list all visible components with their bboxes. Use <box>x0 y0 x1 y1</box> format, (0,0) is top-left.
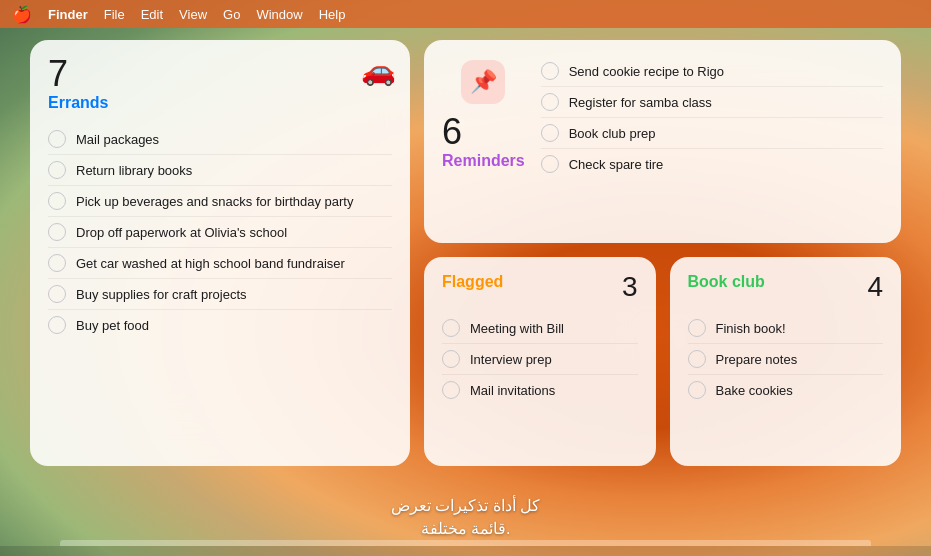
item-text: Meeting with Bill <box>470 321 564 336</box>
list-item: Book club prep <box>541 118 883 149</box>
errands-widget: 7 Errands 🚗 Mail packages Return library… <box>30 40 410 466</box>
list-item: Bake cookies <box>688 375 884 405</box>
list-item: Buy pet food <box>48 310 392 340</box>
flagged-title: Flagged <box>442 273 503 291</box>
flagged-count: 3 <box>622 273 638 301</box>
errands-count: 7 <box>48 56 392 92</box>
laptop-bezel-bottom <box>0 546 931 556</box>
bookclub-title: Book club <box>688 273 765 291</box>
check-circle[interactable] <box>48 130 66 148</box>
check-circle[interactable] <box>541 155 559 173</box>
errands-list: Mail packages Return library books Pick … <box>48 124 392 340</box>
menu-finder[interactable]: Finder <box>48 7 88 22</box>
list-item: Pick up beverages and snacks for birthda… <box>48 186 392 217</box>
list-item: Mail invitations <box>442 375 638 405</box>
item-text: Book club prep <box>569 126 656 141</box>
list-item: Interview prep <box>442 344 638 375</box>
list-item: Get car washed at high school band fundr… <box>48 248 392 279</box>
widgets-container: 7 Errands 🚗 Mail packages Return library… <box>30 40 901 466</box>
list-item: Drop off paperwork at Olivia's school <box>48 217 392 248</box>
menu-edit[interactable]: Edit <box>141 7 163 22</box>
item-text: Drop off paperwork at Olivia's school <box>76 225 287 240</box>
item-text: Prepare notes <box>716 352 798 367</box>
check-circle[interactable] <box>48 254 66 272</box>
bookclub-count: 4 <box>867 273 883 301</box>
item-text: Mail invitations <box>470 383 555 398</box>
reminders-list: Send cookie recipe to Rigo Register for … <box>541 56 883 182</box>
reminders-title: Reminders <box>442 152 525 170</box>
check-circle[interactable] <box>688 350 706 368</box>
list-item: Buy supplies for craft projects <box>48 279 392 310</box>
menu-file[interactable]: File <box>104 7 125 22</box>
list-item: Prepare notes <box>688 344 884 375</box>
errands-icon: 🚗 <box>361 54 396 87</box>
item-text: Interview prep <box>470 352 552 367</box>
item-text: Register for samba class <box>569 95 712 110</box>
pin-icon: 📌 <box>461 60 505 104</box>
check-circle[interactable] <box>541 93 559 111</box>
flagged-list: Meeting with Bill Interview prep Mail in… <box>442 313 638 405</box>
menu-view[interactable]: View <box>179 7 207 22</box>
list-item: Mail packages <box>48 124 392 155</box>
menu-help[interactable]: Help <box>319 7 346 22</box>
item-text: Pick up beverages and snacks for birthda… <box>76 194 353 209</box>
check-circle[interactable] <box>442 350 460 368</box>
check-circle[interactable] <box>541 124 559 142</box>
check-circle[interactable] <box>48 285 66 303</box>
menubar: 🍎 Finder File Edit View Go Window Help <box>0 0 931 28</box>
reminders-left: 📌 6 Reminders <box>442 56 525 182</box>
bookclub-widget: Book club 4 Finish book! Prepare notes B… <box>670 257 902 466</box>
item-text: Finish book! <box>716 321 786 336</box>
item-text: Get car washed at high school band fundr… <box>76 256 345 271</box>
item-text: Bake cookies <box>716 383 793 398</box>
check-circle[interactable] <box>48 192 66 210</box>
check-circle[interactable] <box>442 381 460 399</box>
item-text: Buy supplies for craft projects <box>76 287 247 302</box>
errands-title: Errands <box>48 94 392 112</box>
list-item: Return library books <box>48 155 392 186</box>
check-circle[interactable] <box>442 319 460 337</box>
list-item: Meeting with Bill <box>442 313 638 344</box>
bookclub-list: Finish book! Prepare notes Bake cookies <box>688 313 884 405</box>
item-text: Mail packages <box>76 132 159 147</box>
apple-menu-icon[interactable]: 🍎 <box>12 5 32 24</box>
caption-line2: قائمة مختلفة. <box>0 518 931 540</box>
bottom-row: Flagged 3 Meeting with Bill Interview pr… <box>424 257 901 466</box>
list-item: Send cookie recipe to Rigo <box>541 56 883 87</box>
item-text: Buy pet food <box>76 318 149 333</box>
check-circle[interactable] <box>688 381 706 399</box>
check-circle[interactable] <box>541 62 559 80</box>
caption-line1: كل أداة تذكيرات تعرض <box>0 495 931 517</box>
menu-window[interactable]: Window <box>256 7 302 22</box>
reminders-count: 6 <box>442 114 525 150</box>
item-text: Send cookie recipe to Rigo <box>569 64 724 79</box>
caption: كل أداة تذكيرات تعرض قائمة مختلفة. <box>0 495 931 540</box>
reminders-widget: 📌 6 Reminders Send cookie recipe to Rigo… <box>424 40 901 243</box>
menu-go[interactable]: Go <box>223 7 240 22</box>
list-item: Finish book! <box>688 313 884 344</box>
item-text: Check spare tire <box>569 157 664 172</box>
list-item: Register for samba class <box>541 87 883 118</box>
flagged-widget: Flagged 3 Meeting with Bill Interview pr… <box>424 257 656 466</box>
check-circle[interactable] <box>48 316 66 334</box>
item-text: Return library books <box>76 163 192 178</box>
check-circle[interactable] <box>688 319 706 337</box>
laptop-bezel-bar <box>60 540 871 546</box>
check-circle[interactable] <box>48 161 66 179</box>
list-item: Check spare tire <box>541 149 883 179</box>
check-circle[interactable] <box>48 223 66 241</box>
